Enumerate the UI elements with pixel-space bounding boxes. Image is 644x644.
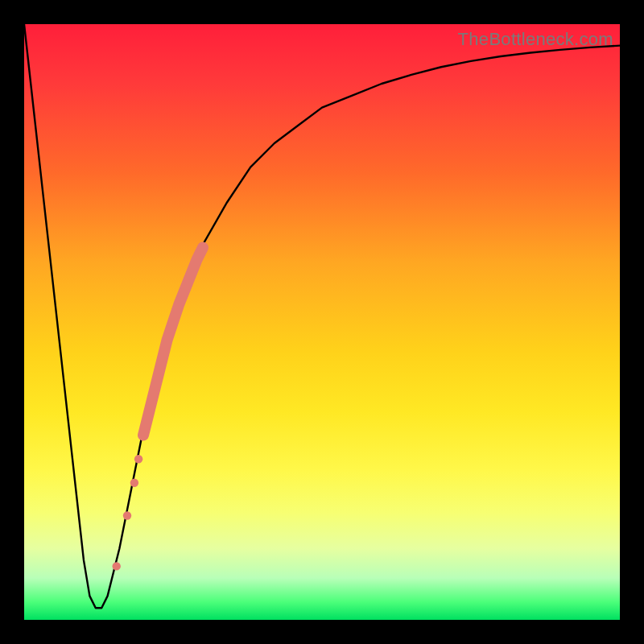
highlight-segment: [143, 248, 203, 436]
highlight-dot: [123, 511, 131, 519]
chart-overlay: [24, 24, 620, 620]
bottleneck-curve-line: [24, 24, 620, 608]
highlight-dots: [113, 455, 143, 571]
highlight-dot: [113, 562, 121, 570]
plot-area: TheBottleneck.com: [24, 24, 620, 620]
chart-frame: TheBottleneck.com: [0, 0, 644, 644]
highlight-dot: [130, 479, 138, 487]
highlight-dot: [134, 455, 142, 463]
